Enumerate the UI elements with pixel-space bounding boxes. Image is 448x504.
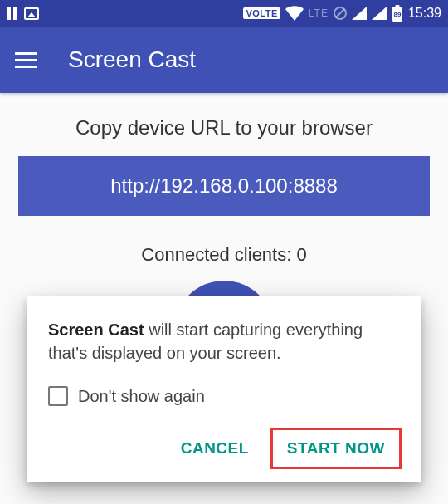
dont-show-checkbox[interactable]: [48, 386, 68, 406]
dont-show-label: Don't show again: [78, 384, 205, 408]
statusbar: VOLTE LTE 89 15:39: [0, 0, 448, 27]
app-title: Screen Cast: [68, 46, 196, 73]
clock: 15:39: [408, 6, 441, 21]
menu-icon[interactable]: [15, 52, 37, 68]
lte-label: LTE: [309, 7, 329, 19]
signal-icon-2: [372, 7, 387, 20]
battery-icon: 89: [392, 5, 403, 22]
cancel-button[interactable]: CANCEL: [166, 429, 264, 467]
pause-icon: [7, 7, 17, 20]
start-now-button[interactable]: START NOW: [272, 429, 400, 467]
wifi-icon: [285, 6, 304, 21]
device-url[interactable]: http://192.168.0.100:8888: [18, 156, 430, 216]
permission-dialog: Screen Cast will start capturing everyth…: [27, 296, 421, 482]
no-data-icon: [334, 7, 347, 20]
instruction-text: Copy device URL to your browser: [18, 116, 430, 139]
connected-clients: Connected clients: 0: [18, 244, 430, 266]
svg-rect-3: [395, 5, 399, 7]
volte-badge: VOLTE: [243, 7, 280, 19]
dialog-message: Screen Cast will start capturing everyth…: [48, 318, 400, 365]
svg-line-1: [336, 9, 344, 17]
picture-icon: [24, 7, 39, 20]
dialog-app-name: Screen Cast: [48, 321, 144, 339]
appbar: Screen Cast: [0, 27, 448, 93]
signal-icon-1: [352, 7, 367, 20]
svg-text:89: 89: [394, 11, 402, 18]
